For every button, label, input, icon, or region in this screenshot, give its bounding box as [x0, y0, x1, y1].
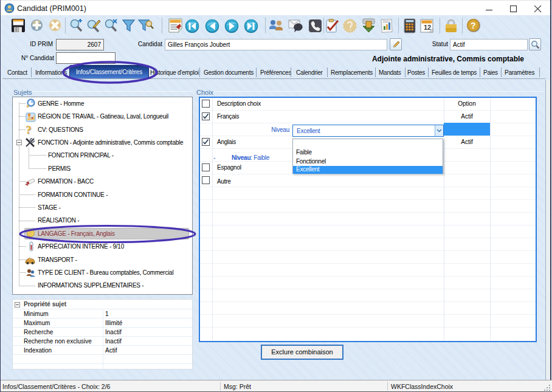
svg-text:12: 12: [424, 24, 431, 31]
svg-text:?: ?: [471, 21, 476, 30]
